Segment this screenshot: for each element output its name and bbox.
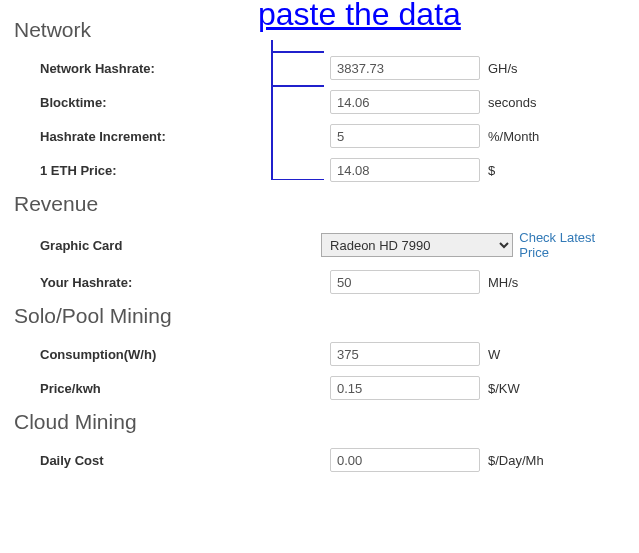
network-title: Network <box>14 18 625 42</box>
your-hashrate-unit: MH/s <box>488 275 518 290</box>
hashrate-increment-label: Hashrate Increment: <box>40 129 330 144</box>
blocktime-unit: seconds <box>488 95 536 110</box>
your-hashrate-input[interactable] <box>330 270 480 294</box>
eth-price-input[interactable] <box>330 158 480 182</box>
blocktime-input[interactable] <box>330 90 480 114</box>
hashrate-increment-input[interactable] <box>330 124 480 148</box>
network-hashrate-row: Network Hashrate: GH/s <box>14 56 625 80</box>
eth-price-row: 1 ETH Price: $ <box>14 158 625 182</box>
cloud-section: Cloud Mining Daily Cost $/Day/Mh <box>14 410 625 472</box>
hashrate-increment-row: Hashrate Increment: %/Month <box>14 124 625 148</box>
pricekwh-input[interactable] <box>330 376 480 400</box>
solopool-section: Solo/Pool Mining Consumption(W/h) W Pric… <box>14 304 625 400</box>
network-hashrate-unit: GH/s <box>488 61 518 76</box>
cloud-title: Cloud Mining <box>14 410 625 434</box>
network-section: Network Network Hashrate: GH/s Blocktime… <box>14 18 625 182</box>
dailycost-label: Daily Cost <box>40 453 330 468</box>
blocktime-row: Blocktime: seconds <box>14 90 625 114</box>
consumption-label: Consumption(W/h) <box>40 347 330 362</box>
dailycost-row: Daily Cost $/Day/Mh <box>14 448 625 472</box>
pricekwh-label: Price/kwh <box>40 381 330 396</box>
pricekwh-unit: $/KW <box>488 381 520 396</box>
revenue-section: Revenue Graphic Card Radeon HD 7990 Chec… <box>14 192 625 294</box>
network-hashrate-input[interactable] <box>330 56 480 80</box>
network-hashrate-label: Network Hashrate: <box>40 61 330 76</box>
hashrate-increment-unit: %/Month <box>488 129 539 144</box>
check-price-link[interactable]: Check Latest Price <box>519 230 625 260</box>
graphic-card-label: Graphic Card <box>40 238 321 253</box>
consumption-row: Consumption(W/h) W <box>14 342 625 366</box>
solopool-title: Solo/Pool Mining <box>14 304 625 328</box>
dailycost-unit: $/Day/Mh <box>488 453 544 468</box>
blocktime-label: Blocktime: <box>40 95 330 110</box>
your-hashrate-label: Your Hashrate: <box>40 275 330 290</box>
consumption-input[interactable] <box>330 342 480 366</box>
consumption-unit: W <box>488 347 500 362</box>
revenue-title: Revenue <box>14 192 625 216</box>
eth-price-label: 1 ETH Price: <box>40 163 330 178</box>
pricekwh-row: Price/kwh $/KW <box>14 376 625 400</box>
graphic-card-row: Graphic Card Radeon HD 7990 Check Latest… <box>14 230 625 260</box>
graphic-card-select[interactable]: Radeon HD 7990 <box>321 233 513 257</box>
dailycost-input[interactable] <box>330 448 480 472</box>
eth-price-unit: $ <box>488 163 495 178</box>
your-hashrate-row: Your Hashrate: MH/s <box>14 270 625 294</box>
